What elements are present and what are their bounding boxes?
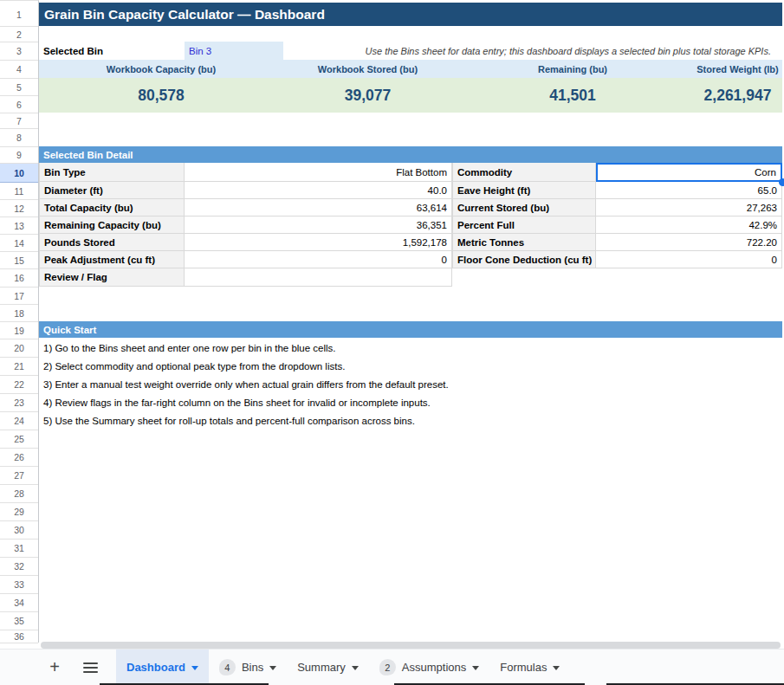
sheet-tab-bins[interactable]: 4Bins (209, 649, 287, 685)
quickstart-step: 2) Select commodity and optional peak ty… (39, 357, 782, 375)
row-header-10[interactable]: 10 (0, 164, 38, 183)
row-header-12[interactable]: 12 (0, 200, 38, 217)
selected-bin-value-cell[interactable]: Bin 3 (185, 42, 283, 60)
chevron-down-icon[interactable] (472, 666, 479, 670)
detail-value-cell[interactable]: 36,351 (185, 216, 452, 234)
chevron-down-icon[interactable] (352, 666, 359, 670)
detail-label-cell: Eave Height (ft) (452, 182, 596, 199)
kpi-value[interactable]: 2,261,947 (693, 78, 782, 113)
row-header-26[interactable]: 26 (0, 449, 38, 467)
row-header-5[interactable]: 5 (0, 79, 38, 96)
detail-label-cell: Total Capacity (bu) (39, 199, 185, 216)
selected-bin-label: Selected Bin (39, 42, 185, 60)
sheet-tab-dashboard[interactable]: Dashboard (116, 649, 209, 685)
detail-value-cell[interactable]: 63,614 (185, 199, 452, 216)
sheet-tab-label: Dashboard (126, 661, 185, 674)
detail-label-cell: Remaining Capacity (bu) (39, 216, 185, 234)
detail-value-cell[interactable]: 27,263 (596, 199, 782, 216)
all-sheets-menu-button[interactable] (83, 662, 98, 673)
detail-value-cell[interactable]: Corn (596, 163, 782, 182)
detail-label-cell: Diameter (ft) (39, 182, 185, 199)
sheet-tab-assumptions[interactable]: 2Assumptions (369, 649, 489, 685)
sheet-tab-summary[interactable]: Summary (287, 649, 369, 685)
row-header-18[interactable]: 18 (0, 305, 38, 322)
sheet-tab-label: Assumptions (402, 661, 466, 674)
chevron-down-icon[interactable] (269, 666, 276, 670)
detail-value-cell[interactable]: 722.20 (596, 234, 782, 251)
row-header-7[interactable]: 7 (0, 113, 38, 129)
detail-value-cell[interactable] (185, 268, 452, 287)
detail-label-cell: Metric Tonnes (452, 234, 596, 251)
row-header-14[interactable]: 14 (0, 235, 38, 252)
row-header-30[interactable]: 30 (0, 521, 38, 540)
row-header-31[interactable]: 31 (0, 540, 38, 558)
fill-handle[interactable] (779, 178, 784, 186)
row-header-24[interactable]: 24 (0, 412, 38, 430)
row-header-22[interactable]: 22 (0, 376, 38, 394)
detail-label-cell: Percent Full (452, 216, 596, 234)
row-header-column: 1234567891011121314151617181920212223242… (0, 0, 39, 643)
row-header-9[interactable]: 9 (0, 147, 38, 164)
page-title: Grain Bin Capacity Calculator — Dashboar… (44, 7, 325, 23)
row-header-19[interactable]: 19 (0, 322, 38, 339)
row-header-32[interactable]: 32 (0, 558, 38, 576)
detail-value-cell[interactable]: 40.0 (185, 182, 452, 199)
tab-badge[interactable]: 4 (219, 659, 236, 675)
kpi-value[interactable]: 39,077 (283, 78, 452, 113)
detail-label-cell: Pounds Stored (39, 234, 185, 251)
row-header-36[interactable]: 36 (0, 630, 38, 643)
chevron-down-icon[interactable] (191, 666, 198, 670)
chevron-down-icon[interactable] (553, 666, 560, 670)
dashboard-note: Use the Bins sheet for data entry; this … (283, 42, 771, 60)
kpi-label: Stored Weight (lb) (693, 60, 782, 78)
detail-value-cell[interactable]: 1,592,178 (185, 234, 452, 251)
detail-value-cell[interactable]: 42.9% (596, 216, 782, 234)
spreadsheet-app: 1234567891011121314151617181920212223242… (0, 0, 784, 685)
row-header-20[interactable]: 20 (0, 339, 38, 358)
detail-label-cell: Floor Cone Deduction (cu ft) (452, 251, 596, 268)
row-header-33[interactable]: 33 (0, 576, 38, 594)
quickstart-step: 5) Use the Summary sheet for roll-up tot… (39, 411, 782, 430)
detail-label-cell: Review / Flag (39, 268, 185, 287)
row-header-2[interactable]: 2 (0, 27, 38, 42)
row-header-3[interactable]: 3 (0, 42, 38, 61)
sheet-title-banner: Grain Bin Capacity Calculator — Dashboar… (39, 3, 782, 26)
row-header-11[interactable]: 11 (0, 183, 38, 200)
quickstart-section-header: Quick Start (39, 321, 782, 338)
row-header-25[interactable]: 25 (0, 430, 38, 449)
row-header-34[interactable]: 34 (0, 594, 38, 612)
sheet-tab-formulas[interactable]: Formulas (489, 649, 570, 685)
row-header-4[interactable]: 4 (0, 61, 38, 79)
sheet-tab-bar: + Dashboard4BinsSummary2AssumptionsFormu… (0, 649, 784, 685)
quickstart-step: 1) Go to the Bins sheet and enter one ro… (39, 339, 782, 357)
detail-value-cell[interactable]: 0 (185, 251, 452, 268)
sheet-tab-label: Bins (242, 661, 263, 674)
tab-badge[interactable]: 2 (379, 659, 396, 675)
horizontal-scrollbar[interactable] (41, 642, 781, 649)
kpi-label: Remaining (bu) (452, 60, 693, 78)
row-header-8[interactable]: 8 (0, 129, 38, 147)
kpi-value[interactable]: 80,578 (39, 78, 283, 113)
quickstart-step: 4) Review flags in the far-right column … (39, 393, 782, 411)
kpi-value[interactable]: 41,501 (452, 78, 693, 113)
row-header-27[interactable]: 27 (0, 467, 38, 485)
detail-label-cell: Bin Type (39, 163, 185, 182)
row-header-28[interactable]: 28 (0, 485, 38, 503)
detail-label-cell: Current Stored (bu) (452, 199, 596, 216)
row-header-23[interactable]: 23 (0, 394, 38, 412)
row-header-1[interactable]: 1 (0, 3, 38, 27)
add-sheet-button[interactable]: + (45, 658, 64, 677)
row-header-21[interactable]: 21 (0, 358, 38, 376)
row-header-29[interactable]: 29 (0, 503, 38, 521)
kpi-label: Workbook Capacity (bu) (39, 60, 283, 78)
detail-value-cell[interactable]: 0 (596, 251, 782, 268)
detail-value-cell[interactable]: Flat Bottom (185, 163, 452, 182)
row-header-17[interactable]: 17 (0, 288, 38, 305)
row-header-6[interactable]: 6 (0, 96, 38, 113)
row-header-15[interactable]: 15 (0, 252, 38, 269)
row-header-16[interactable]: 16 (0, 269, 38, 288)
row-header-13[interactable]: 13 (0, 217, 38, 235)
row-header-35[interactable]: 35 (0, 612, 38, 630)
detail-value-cell[interactable]: 65.0 (596, 182, 782, 199)
sheet-tab-label: Formulas (500, 661, 547, 674)
